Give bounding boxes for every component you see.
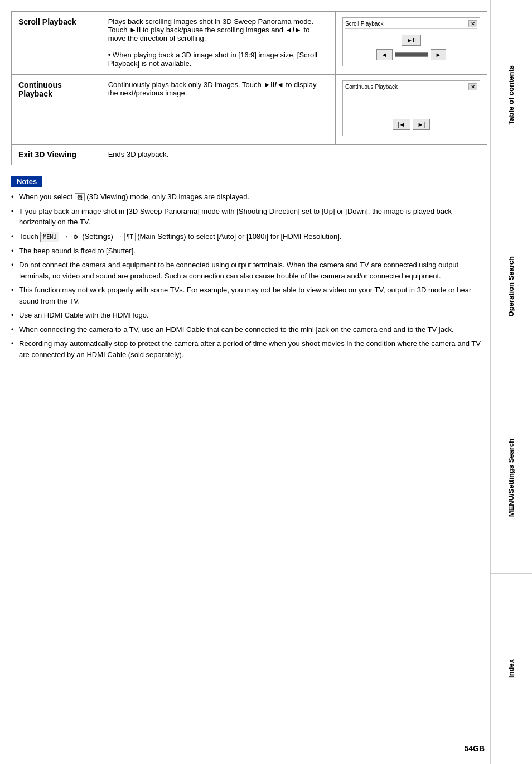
list-item: Recording may automatically stop to prot… — [11, 338, 487, 360]
right-button[interactable]: ► — [431, 49, 447, 60]
list-item: The beep sound is fixed to [Shutter]. — [11, 246, 487, 257]
cont-nav-row: |◄ ►| — [393, 119, 431, 130]
feature-desc-continuous: Continuously plays back only 3D images. … — [101, 75, 335, 145]
main-content: Scroll Playback Plays back scrolling ima… — [11, 11, 487, 360]
feature-name-exit: Exit 3D Viewing — [12, 145, 101, 165]
list-item: Use an HDMI Cable with the HDMI logo. — [11, 310, 487, 321]
continuous-playback-mock: Continuous Playback ✕ |◄ ►| — [342, 80, 480, 136]
feature-image-continuous: Continuous Playback ✕ |◄ ►| — [336, 75, 487, 145]
feature-desc-exit: Ends 3D playback. — [101, 145, 487, 165]
next-button[interactable]: ►| — [413, 119, 431, 130]
list-item: When connecting the camera to a TV, use … — [11, 324, 487, 335]
feature-name-scroll: Scroll Playback — [12, 12, 101, 75]
list-item: Do not connect the camera and equipment … — [11, 260, 487, 281]
prev-button[interactable]: |◄ — [393, 119, 410, 130]
list-item: When you select 🖼 (3D Viewing) mode, onl… — [11, 191, 487, 203]
right-sidebar: Table of contents Operation Search MENU/… — [490, 0, 532, 764]
feature-name-continuous: ContinuousPlayback — [12, 75, 101, 145]
sidebar-section-index[interactable]: Index — [491, 574, 532, 765]
mock-body-scroll: ►II ◄ ► — [345, 31, 477, 64]
sidebar-section-toc[interactable]: Table of contents — [491, 0, 532, 191]
mock-nav-row: ◄ ► — [376, 49, 447, 60]
notes-list: When you select 🖼 (3D Viewing) mode, onl… — [11, 191, 487, 360]
progress-bar — [395, 52, 428, 57]
mock-title-scroll: Scroll Playback ✕ — [345, 20, 477, 29]
mock-title-continuous: Continuous Playback ✕ — [345, 83, 477, 92]
sidebar-section-operation[interactable]: Operation Search — [491, 191, 532, 383]
page-number: 54GB — [464, 744, 485, 753]
table-row: Exit 3D Viewing Ends 3D playback. — [12, 145, 487, 165]
sidebar-label-menu: MENU/Settings Search — [507, 439, 516, 517]
sidebar-section-menu[interactable]: MENU/Settings Search — [491, 382, 532, 574]
feature-image-scroll: Scroll Playback ✕ ►II ◄ ► — [336, 12, 487, 75]
sidebar-label-operation: Operation Search — [507, 256, 516, 316]
list-item: Touch MENU → ⚙ (Settings) → ¶T (Main Set… — [11, 231, 487, 242]
list-item: If you play back an image shot in [3D Sw… — [11, 206, 487, 228]
feature-desc-scroll: Plays back scrolling images shot in 3D S… — [101, 12, 335, 75]
feature-table: Scroll Playback Plays back scrolling ima… — [11, 11, 487, 165]
sidebar-label-index: Index — [507, 659, 516, 678]
left-button[interactable]: ◄ — [376, 49, 393, 60]
sidebar-label-toc: Table of contents — [507, 65, 516, 125]
table-row: ContinuousPlayback Continuously plays ba… — [12, 75, 487, 145]
scroll-playback-mock: Scroll Playback ✕ ►II ◄ ► — [342, 17, 480, 66]
mock-close-btn[interactable]: ✕ — [468, 20, 477, 27]
table-row: Scroll Playback Plays back scrolling ima… — [12, 12, 487, 75]
play-pause-button[interactable]: ►II — [402, 35, 421, 46]
notes-badge: Notes — [11, 176, 42, 187]
mock-close-btn-cont[interactable]: ✕ — [468, 83, 477, 90]
list-item: This function may not work properly with… — [11, 285, 487, 306]
mock-body-continuous: |◄ ►| — [345, 94, 477, 133]
notes-section: Notes When you select 🖼 (3D Viewing) mod… — [11, 176, 487, 360]
